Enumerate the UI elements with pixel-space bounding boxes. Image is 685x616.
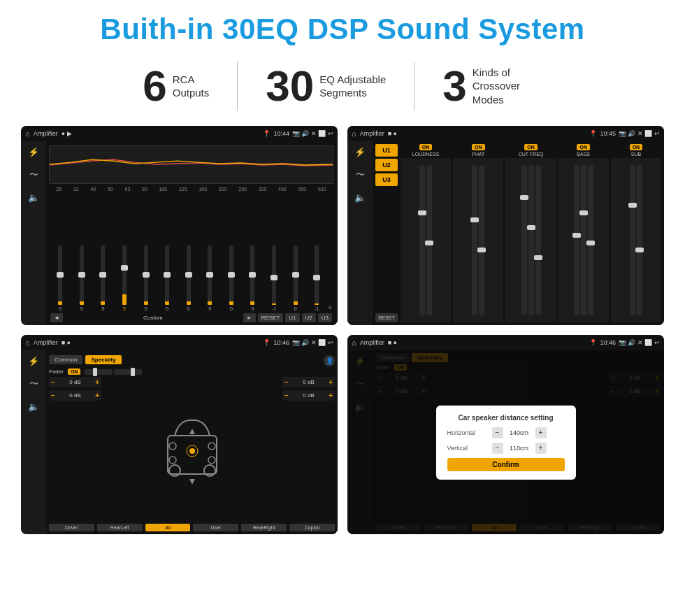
dialog-horizontal-label: Horizontal — [447, 429, 489, 436]
vol-plus-4[interactable]: + — [329, 392, 333, 399]
fader-toggle[interactable]: ON — [68, 368, 81, 375]
stat-label-crossover: Kinds ofCrossover Modes — [473, 66, 542, 107]
sp-tab-common[interactable]: Common — [49, 355, 82, 364]
eq-freq-labels: 253240506380 100125160200250320 40050063… — [49, 187, 333, 192]
svg-rect-4 — [168, 436, 217, 474]
speaker-screen: ⌂ Amplifier ■ ● 📍 10:46 📷 🔊 ✕ ⬜ ↩ ⚡ 〜 🔈 — [21, 335, 338, 534]
eq-custom-label: Custom — [65, 315, 241, 321]
ch-bass-toggle[interactable]: ON — [577, 144, 590, 150]
sp-location-icon: 📍 — [263, 339, 271, 346]
vertical-plus-btn[interactable]: + — [535, 443, 547, 454]
crossover-status-bar: ⌂ Amplifier ■ ● 📍 10:45 📷 🔊 ✕ ⬜ ↩ — [347, 126, 664, 141]
horizontal-plus-btn[interactable]: + — [535, 427, 547, 438]
stat-eq: 30 EQ AdjustableSegments — [238, 64, 414, 108]
preset-u2[interactable]: U2 — [375, 159, 398, 171]
eq-wave-icon[interactable]: 〜 — [29, 169, 38, 181]
eq-u1-btn[interactable]: U1 — [285, 313, 299, 322]
cross-filter-icon[interactable]: ⚡ — [354, 147, 366, 157]
vertical-minus-btn[interactable]: − — [492, 443, 503, 454]
ch-cutfreq-toggle[interactable]: ON — [524, 144, 538, 150]
preset-u3[interactable]: U3 — [375, 173, 398, 186]
ch-bass-sliders — [558, 158, 609, 322]
sp-time: 10:46 — [273, 339, 289, 346]
eq-location-icon: 📍 — [263, 130, 271, 137]
cross-home-icon[interactable]: ⌂ — [352, 129, 356, 138]
svg-marker-13 — [189, 429, 195, 434]
svg-point-9 — [169, 443, 176, 450]
sp-dot-icon: ■ ● — [62, 339, 71, 346]
vol-plus-3[interactable]: + — [329, 378, 333, 386]
sp-tab-specialty[interactable]: Specialty — [85, 355, 121, 364]
ch-cutfreq-sliders — [505, 158, 556, 322]
sp-rear-left-btn[interactable]: RearLeft — [97, 524, 143, 531]
sp-rear-right-btn[interactable]: RearRight — [241, 524, 287, 531]
confirm-button[interactable]: Confirm — [447, 458, 565, 471]
dlg-home-icon[interactable]: ⌂ — [352, 338, 356, 347]
dialog-overlay: Car speaker distance setting Horizontal … — [347, 350, 664, 534]
ch-bass-name: BASS — [577, 152, 590, 157]
expand-icon[interactable]: » — [329, 303, 333, 311]
sp-copilot-btn[interactable]: Copilot — [289, 524, 335, 531]
vol-minus-3[interactable]: − — [284, 378, 289, 386]
stat-label-eq: EQ AdjustableSegments — [319, 73, 386, 100]
crossover-presets: U1 U2 U3 RESET — [375, 144, 398, 322]
sp-user-btn[interactable]: User — [193, 524, 238, 531]
svg-point-12 — [208, 457, 215, 464]
car-diagram-svg — [157, 408, 227, 492]
sp-all-btn[interactable]: All — [145, 524, 191, 531]
dlg-dot-icon: ■ ● — [388, 339, 397, 346]
ch-cutfreq: ON CUT FREQ — [505, 144, 556, 322]
eq-sliders-row: 0 0 0 5 0 0 0 0 0 0 -1 0 -1 » — [49, 194, 333, 311]
eq-filter-icon[interactable]: ⚡ — [28, 147, 39, 157]
ch-sub-toggle[interactable]: ON — [630, 144, 643, 150]
cross-screen-title: Amplifier — [360, 130, 384, 137]
eq-u2-btn[interactable]: U2 — [302, 313, 316, 322]
eq-bottom-bar: ◄ Custom ► RESET U1 U2 U3 — [49, 313, 333, 322]
eq-play-btn[interactable]: ► — [243, 313, 256, 322]
eq-u3-btn[interactable]: U3 — [318, 313, 332, 322]
dlg-icons-right: 📷 🔊 ✕ ⬜ ↩ — [619, 339, 660, 346]
cross-reset-btn[interactable]: RESET — [375, 313, 398, 322]
sp-home-icon[interactable]: ⌂ — [25, 338, 30, 347]
ch-phat: ON PHAT — [453, 144, 503, 322]
eq-prev-btn[interactable]: ◄ — [50, 313, 63, 322]
sp-driver-btn[interactable]: Driver — [49, 524, 94, 531]
eq-reset-btn[interactable]: RESET — [258, 313, 284, 322]
cross-icons-right: 📷 🔊 ✕ ⬜ ↩ — [619, 130, 660, 137]
cross-speaker-icon[interactable]: 🔈 — [354, 192, 366, 203]
vol-plus-2[interactable]: + — [95, 392, 99, 399]
cross-location-icon: 📍 — [589, 130, 597, 137]
ch-loudness-sliders — [401, 158, 451, 322]
home-icon[interactable]: ⌂ — [25, 129, 30, 138]
dialog-vertical-row: Vertical − 110cm + — [447, 443, 565, 454]
svg-point-7 — [189, 448, 195, 454]
ch-phat-name: PHAT — [472, 152, 484, 157]
sp-wave-icon[interactable]: 〜 — [29, 378, 38, 390]
ch-phat-toggle[interactable]: ON — [472, 144, 485, 150]
vol-minus-1[interactable]: − — [51, 378, 55, 386]
sp-speaker-icon[interactable]: 🔈 — [28, 401, 39, 412]
vol-val-4: 0 dB — [290, 392, 327, 399]
svg-marker-14 — [189, 479, 195, 485]
horizontal-minus-btn[interactable]: − — [492, 427, 503, 438]
crossover-content: U1 U2 U3 RESET ON LOUDNESS — [373, 141, 664, 325]
stat-number-eq: 30 — [266, 64, 314, 108]
main-title: Buith-in 30EQ DSP Sound System — [21, 13, 664, 46]
vol-val-3: 0 dB — [290, 379, 327, 385]
horizontal-value: 140cm — [505, 429, 533, 436]
preset-u1[interactable]: U1 — [375, 144, 398, 157]
dlg-time: 10:46 — [600, 339, 616, 346]
ch-sub-name: SUB — [631, 152, 641, 157]
stat-number-crossover: 3 — [442, 64, 466, 108]
ch-loudness-toggle[interactable]: ON — [419, 144, 433, 150]
ch-sub: ON SUB — [611, 144, 661, 322]
vol-minus-4[interactable]: − — [284, 392, 289, 399]
speaker-main: − 0 dB + − 0 dB + — [49, 377, 335, 522]
eq-speaker-icon[interactable]: 🔈 — [28, 192, 39, 203]
vol-minus-2[interactable]: − — [51, 392, 55, 399]
sp-filter-icon[interactable]: ⚡ — [28, 356, 39, 366]
cross-dot-icon: ■ ● — [388, 130, 397, 137]
stat-number-rca: 6 — [143, 64, 166, 108]
cross-wave-icon[interactable]: 〜 — [356, 169, 365, 181]
vol-plus-1[interactable]: + — [95, 378, 99, 386]
